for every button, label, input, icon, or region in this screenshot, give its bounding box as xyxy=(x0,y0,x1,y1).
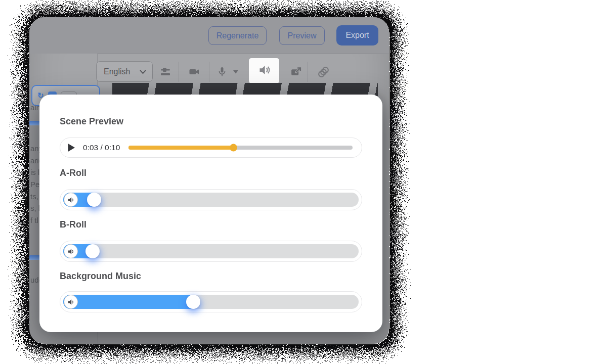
tracks-icon[interactable] xyxy=(159,65,172,78)
rings-icon[interactable] xyxy=(317,65,330,78)
b-roll-volume-track[interactable] xyxy=(63,244,359,258)
audio-mixer-modal: Scene Preview 0:03 / 0:10 A-Roll xyxy=(39,95,382,332)
regenerate-button[interactable]: Regenerate xyxy=(208,26,267,45)
header-divider xyxy=(97,54,389,54)
share-icon[interactable] xyxy=(289,65,302,78)
camera-icon[interactable] xyxy=(188,65,201,78)
speaker-icon xyxy=(257,63,271,79)
background-music-volume-slider xyxy=(60,291,362,312)
playback-time: 0:03 / 0:10 xyxy=(83,143,120,152)
volume-icon xyxy=(64,244,78,258)
toolbar-divider xyxy=(179,62,179,82)
seek-bar[interactable] xyxy=(128,146,353,150)
bg-text-fragment: is l xyxy=(30,168,39,176)
seek-bar-fill xyxy=(128,146,234,150)
app-window: Regenerate Preview Export English xyxy=(29,17,389,344)
volume-icon xyxy=(64,295,78,309)
toolbar-divider xyxy=(308,62,308,82)
b-roll-volume-handle[interactable] xyxy=(85,244,100,258)
background-music-volume-handle[interactable] xyxy=(186,295,200,309)
scene-preview-title: Scene Preview xyxy=(60,116,123,127)
play-icon[interactable] xyxy=(67,143,76,152)
chevron-down-icon xyxy=(140,67,146,76)
microphone-icon[interactable] xyxy=(215,65,229,78)
scene-preview-player: 0:03 / 0:10 xyxy=(60,138,362,158)
speaker-tool-active[interactable] xyxy=(249,58,279,83)
a-roll-label: A-Roll xyxy=(60,168,86,178)
b-roll-volume-slider xyxy=(60,241,362,262)
background-music-volume-track[interactable] xyxy=(63,295,359,309)
b-roll-label: B-Roll xyxy=(60,219,86,230)
volume-icon xyxy=(64,193,78,207)
bg-text-fragment: ts, xyxy=(30,192,38,201)
background-music-volume-fill xyxy=(63,295,193,309)
seek-handle[interactable] xyxy=(230,144,237,152)
a-roll-volume-track[interactable] xyxy=(63,193,359,207)
bg-text-fragment: f tl xyxy=(30,216,38,224)
language-dropdown[interactable]: English xyxy=(96,61,153,82)
caret-down-icon[interactable] xyxy=(233,65,239,78)
preview-button[interactable]: Preview xyxy=(279,26,325,45)
a-roll-volume-slider xyxy=(60,189,362,210)
toolbar-divider xyxy=(209,62,209,82)
a-roll-volume-handle[interactable] xyxy=(87,193,101,207)
background-music-label: Background Music xyxy=(60,271,141,282)
export-button[interactable]: Export xyxy=(336,25,378,46)
language-label: English xyxy=(104,67,130,76)
